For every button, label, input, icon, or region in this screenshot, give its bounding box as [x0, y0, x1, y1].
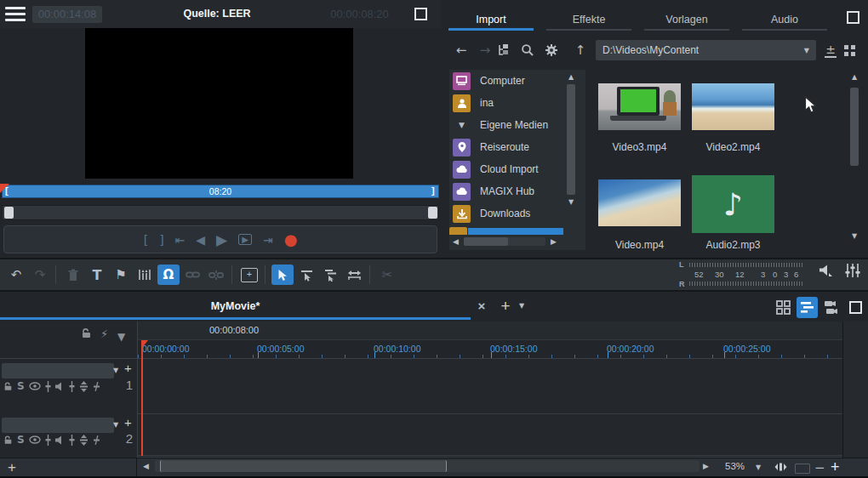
track2-visibility-eye-icon[interactable] [29, 435, 41, 444]
timeline-maximize-button[interactable] [849, 301, 862, 314]
optimize-view-icon[interactable]: + [238, 265, 260, 285]
track2-solo-button[interactable]: S [17, 434, 25, 446]
main-menu-icon[interactable] [5, 7, 26, 21]
audio-note-icon[interactable]: ♪ [692, 175, 774, 233]
scroll-down-icon[interactable]: ▼ [565, 198, 577, 206]
multicam-view-icon[interactable] [820, 297, 842, 318]
set-in-point-button[interactable]: [ [144, 233, 148, 247]
timeline-view-icon[interactable] [797, 297, 818, 318]
video3-thumbnail[interactable] [598, 83, 681, 130]
track2-mute-speaker-icon[interactable] [55, 435, 65, 445]
zoom-in-icon[interactable]: + [831, 458, 840, 476]
tree-vertical-scrollbar[interactable]: ▲ ▼ [565, 73, 577, 228]
track1-dropdown-icon[interactable]: ▼ [113, 367, 118, 374]
play-range-button[interactable]: ▶ [238, 234, 252, 245]
scroll-up-icon[interactable]: ▲ [565, 73, 577, 81]
track-options-dropdown-icon[interactable]: ▼ [117, 331, 125, 343]
track1-lock-icon[interactable] [3, 382, 13, 391]
zoom-level-value[interactable]: 53% [725, 461, 745, 471]
preview-scrollbar[interactable] [2, 205, 439, 220]
track1-name-input[interactable] [2, 363, 114, 378]
files-vertical-scrollbar[interactable]: ▲ ▼ [849, 73, 859, 252]
view-options-grid-icon[interactable] [843, 44, 867, 57]
search-icon[interactable] [521, 43, 545, 57]
mixer-icon[interactable] [845, 264, 860, 277]
tab-vorlagen[interactable]: Vorlagen [640, 14, 734, 31]
zoom-fit-project-icon[interactable] [795, 464, 810, 474]
tab-audio[interactable]: Audio [738, 14, 831, 31]
track2-add-icon[interactable]: + [124, 415, 132, 430]
timeline-hscrollbar[interactable] [155, 460, 700, 472]
track1-visibility-eye-icon[interactable] [29, 382, 41, 390]
zoom-dropdown-icon[interactable]: ▼ [756, 464, 761, 471]
play-button[interactable]: ▶ [216, 231, 227, 248]
video-preview[interactable] [85, 28, 353, 179]
track1-add-icon[interactable]: + [124, 361, 132, 375]
track2-name-input[interactable] [2, 418, 114, 433]
video-thumbnail[interactable] [598, 179, 681, 226]
file-audio2[interactable]: ♪ Audio2.mp3 [692, 175, 774, 251]
title-text-icon[interactable]: T [86, 265, 108, 285]
tab-effekte[interactable]: Effekte [542, 14, 636, 31]
beat-marker-icon[interactable] [134, 265, 156, 285]
selected-folder-highlight[interactable] [468, 228, 563, 235]
tree-horizontal-scrollbar[interactable]: ◀ ▶ [449, 236, 560, 248]
track1-audio-fader-icon[interactable] [69, 381, 75, 392]
path-dropdown[interactable]: D:\Videos\MyContent ▼ [596, 40, 816, 60]
add-project-icon[interactable]: + [496, 297, 515, 316]
scrub-handle-left[interactable] [4, 207, 14, 219]
effects-bolt-icon[interactable]: ⚡ [100, 327, 108, 340]
jump-to-end-button[interactable]: ⇥ [263, 233, 273, 247]
track2-lock-icon[interactable] [3, 435, 13, 445]
track2-audio-fader-icon[interactable] [69, 435, 75, 446]
preview-maximize-button[interactable] [414, 8, 427, 20]
up-level-icon[interactable]: ↑ [568, 43, 592, 58]
forward-icon[interactable]: → [473, 43, 497, 58]
delete-trash-icon[interactable] [62, 265, 84, 285]
timeline-scroll-left-icon[interactable]: ◀ [143, 462, 149, 470]
file-video3[interactable]: Video3.mp4 [598, 83, 681, 153]
zoom-fit-object-icon[interactable] [774, 462, 787, 472]
jump-to-start-button[interactable]: ⇤ [175, 233, 186, 247]
back-icon[interactable]: ← [449, 43, 473, 58]
snap-magnet-icon[interactable]: Ω [157, 265, 180, 285]
track2-dropdown-icon[interactable]: ▼ [113, 421, 118, 429]
video2-thumbnail[interactable] [692, 83, 774, 130]
redo-icon[interactable]: ↷ [29, 265, 51, 285]
stretch-mode-icon[interactable] [343, 265, 365, 285]
track1-mute-speaker-icon[interactable] [55, 382, 65, 391]
playhead-line[interactable] [141, 340, 143, 456]
speaker-icon[interactable] [819, 265, 834, 277]
timeline-scroll-right-icon[interactable]: ▶ [703, 462, 709, 470]
scroll-right-icon[interactable]: ▶ [551, 237, 557, 246]
tab-mymovie[interactable]: MyMovie* [0, 293, 471, 320]
scroll-left-icon[interactable]: ◀ [453, 237, 459, 246]
marker-flag-icon[interactable]: ⚑ [110, 265, 132, 285]
group-link-icon[interactable] [181, 265, 203, 285]
track1-curve-fader-icon[interactable] [79, 381, 89, 392]
file-video2[interactable]: Video2.mp4 [692, 83, 774, 153]
timeline-ruler[interactable]: 00:00:00:00 00:00:05:00 00:00:10:00 00:0… [138, 340, 842, 359]
media-pool-maximize-button[interactable] [847, 11, 859, 24]
track1-transition-fader-icon[interactable] [93, 382, 100, 391]
close-project-icon[interactable]: × [473, 299, 490, 313]
track1-solo-button[interactable]: S [17, 380, 25, 392]
ungroup-unlink-icon[interactable] [205, 265, 227, 285]
set-out-point-button[interactable]: ] [159, 233, 163, 247]
mouse-mode-single-icon[interactable] [295, 265, 317, 285]
tab-import[interactable]: Import [444, 14, 538, 31]
zoom-out-icon[interactable]: − [814, 460, 825, 475]
undo-icon[interactable]: ↶ [5, 265, 27, 285]
mouse-mode-standard-icon[interactable] [271, 265, 294, 285]
import-export-icon[interactable]: ± [825, 43, 837, 58]
record-button[interactable]: ● [284, 236, 298, 244]
project-list-dropdown-icon[interactable]: ▼ [519, 302, 524, 310]
storyboard-view-icon[interactable] [773, 297, 794, 318]
preview-range-bar[interactable]: 08:20 [2, 185, 439, 198]
scrub-handle-right[interactable] [428, 207, 437, 219]
track2-curve-fader-icon[interactable] [79, 435, 89, 446]
mouse-mode-all-tracks-icon[interactable] [319, 265, 341, 285]
track1-video-fader-icon[interactable] [45, 381, 51, 392]
add-track-button[interactable]: + [8, 459, 16, 476]
expanded-node-icon[interactable]: ▼ [453, 121, 471, 129]
